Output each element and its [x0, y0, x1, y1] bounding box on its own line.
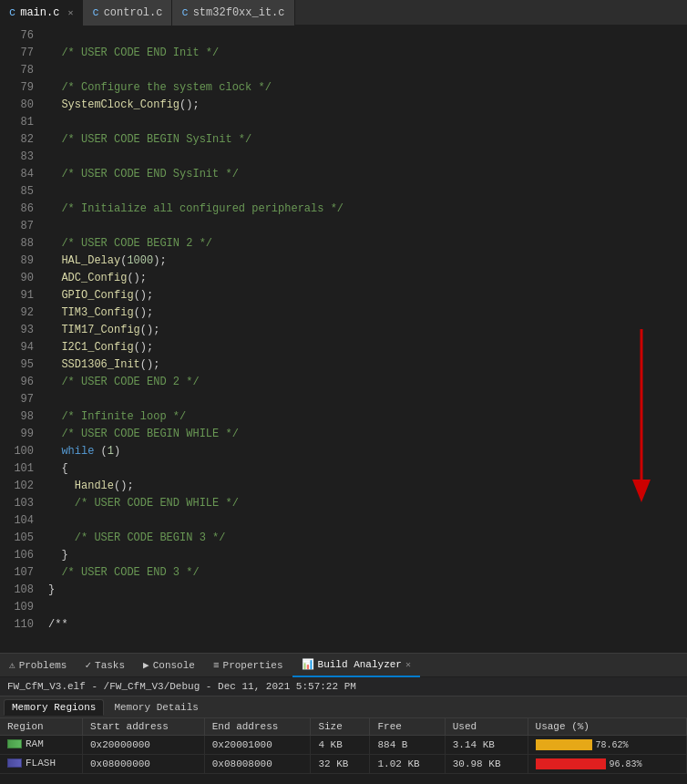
code-line-89: HAL_Delay(1000); [48, 253, 687, 270]
tab-problems[interactable]: ⚠ Problems [0, 654, 76, 677]
cell-ram-size: 4 KB [311, 736, 370, 755]
cell-flash-start: 0x08000000 [82, 755, 204, 774]
build-analyzer-icon: 📊 [302, 658, 314, 670]
col-used: Used [445, 718, 528, 736]
code-line-106: } [48, 547, 687, 564]
code-line-94: I2C1_Config(); [48, 339, 687, 356]
elf-info: FW_CfM_V3.elf - /FW_CfM_V3/Debug - Dec 1… [0, 677, 687, 696]
tab-memory-details[interactable]: Memory Details [106, 699, 206, 716]
cell-ram-start: 0x20000000 [82, 736, 204, 755]
properties-icon: ≡ [213, 660, 220, 671]
tab-tasks-label: Tasks [95, 660, 125, 671]
code-line-105: /* USER CODE BEGIN 3 */ [48, 530, 687, 547]
memory-table: Region Start address End address Size Fr… [0, 718, 687, 784]
code-line-86: /* Initialize all configured peripherals… [48, 201, 687, 218]
code-line-92: TIM3_Config(); [48, 304, 687, 322]
tab-tasks[interactable]: ✓ Tasks [76, 654, 134, 677]
memory-regions-label: Memory Regions [12, 702, 96, 713]
tab-console-label: Console [153, 660, 195, 671]
ram-usage-text: 78.62% [596, 740, 629, 750]
bottom-panel: ⚠ Problems ✓ Tasks ▶ Console ≡ Propertie… [0, 653, 687, 784]
cell-flash-size: 32 KB [311, 755, 370, 774]
problems-icon: ⚠ [9, 659, 15, 671]
tasks-icon: ✓ [85, 659, 91, 671]
code-line-88: /* USER CODE BEGIN 2 */ [48, 235, 687, 253]
elf-info-text: FW_CfM_V3.elf - /FW_CfM_V3/Debug - Dec 1… [7, 681, 356, 692]
file-icon: c [181, 6, 188, 19]
code-line-82: /* USER CODE BEGIN SysInit */ [48, 131, 687, 149]
cell-flash-used: 30.98 KB [445, 755, 528, 774]
code-line-101: { [48, 460, 687, 478]
table-row-ram: RAM 0x20000000 0x20001000 4 KB 884 B 3.1… [0, 736, 687, 755]
ram-region-label: RAM [26, 738, 44, 749]
cell-flash-free: 1.02 KB [370, 755, 445, 774]
tab-label: control.c [104, 6, 163, 19]
code-editor: 76 77 78 79 80 81 82 83 84 85 86 87 88 8… [0, 26, 687, 653]
cell-flash-region: FLASH [0, 755, 82, 774]
editor-tab-bar: c main.c ✕ c control.c c stm32f0xx_it.c [0, 0, 687, 26]
col-end: End address [204, 718, 311, 736]
tab-memory-regions[interactable]: Memory Regions [4, 699, 104, 716]
col-region: Region [0, 718, 82, 736]
col-start: Start address [82, 718, 204, 736]
code-line-84: /* USER CODE END SysInit */ [48, 166, 687, 183]
table-row-flash: FLASH 0x08000000 0x08008000 32 KB 1.02 K… [0, 755, 687, 774]
code-line-108: } [48, 582, 687, 599]
tab-stm32[interactable]: c stm32f0xx_it.c [172, 0, 294, 26]
flash-badge-icon [7, 758, 22, 768]
cell-ram-usage: 78.62% [528, 736, 686, 755]
tab-label: main.c [20, 6, 59, 19]
code-line-83 [48, 149, 687, 166]
tab-build-analyzer[interactable]: 📊 Build Analyzer ✕ [292, 654, 420, 677]
code-line-102: Handle(); [48, 478, 687, 495]
flash-usage-text: 96.83% [610, 759, 642, 769]
code-line-93: TIM17_Config(); [48, 322, 687, 339]
code-line-109 [48, 599, 687, 616]
panel-content: FW_CfM_V3.elf - /FW_CfM_V3/Debug - Dec 1… [0, 677, 687, 784]
tab-control-c[interactable]: c control.c [83, 0, 172, 26]
line-numbers: 76 77 78 79 80 81 82 83 84 85 86 87 88 8… [0, 26, 41, 653]
file-icon: c [9, 6, 15, 19]
panel-tab-close-icon[interactable]: ✕ [405, 659, 411, 670]
tab-close-icon[interactable]: ✕ [67, 7, 73, 18]
tab-label: stm32f0xx_it.c [193, 6, 285, 19]
code-line-76 [48, 27, 687, 45]
code-line-78 [48, 62, 687, 79]
tab-problems-label: Problems [19, 660, 67, 671]
ram-usage-bar [536, 739, 592, 750]
ram-badge-icon [7, 739, 22, 748]
code-line-110: /** [48, 616, 687, 634]
code-line-104 [48, 512, 687, 530]
code-line-81 [48, 114, 687, 131]
code-line-90: ADC_Config(); [48, 270, 687, 287]
flash-region-label: FLASH [26, 758, 56, 769]
tab-properties[interactable]: ≡ Properties [204, 654, 292, 677]
code-line-85 [48, 183, 687, 201]
col-free: Free [370, 718, 445, 736]
code-line-79: /* Configure the system clock */ [48, 79, 687, 97]
tab-properties-label: Properties [223, 660, 283, 671]
file-icon: c [92, 6, 98, 19]
code-line-91: GPIO_Config(); [48, 287, 687, 304]
console-icon: ▶ [143, 659, 149, 671]
code-line-103: /* USER CODE END WHILE */ [48, 495, 687, 512]
col-usage: Usage (%) [528, 718, 686, 736]
cell-ram-used: 3.14 KB [445, 736, 528, 755]
code-line-87 [48, 218, 687, 235]
memory-tabs: Memory Regions Memory Details [0, 696, 687, 718]
code-lines: /* USER CODE END Init */ /* Configure th… [41, 26, 687, 653]
code-line-97 [48, 391, 687, 408]
tab-build-analyzer-label: Build Analyzer [318, 659, 402, 670]
code-line-107: /* USER CODE END 3 */ [48, 564, 687, 582]
code-line-100: while (1) [48, 443, 687, 460]
tab-main-c[interactable]: c main.c ✕ [0, 0, 83, 26]
flash-usage-bar [536, 758, 606, 769]
code-line-98: /* Infinite loop */ [48, 408, 687, 426]
cell-ram-free: 884 B [370, 736, 445, 755]
memory-details-label: Memory Details [114, 702, 198, 713]
code-line-99: /* USER CODE BEGIN WHILE */ [48, 426, 687, 443]
code-line-95: SSD1306_Init(); [48, 356, 687, 374]
tab-console[interactable]: ▶ Console [134, 654, 204, 677]
code-line-77: /* USER CODE END Init */ [48, 45, 687, 62]
col-size: Size [311, 718, 370, 736]
